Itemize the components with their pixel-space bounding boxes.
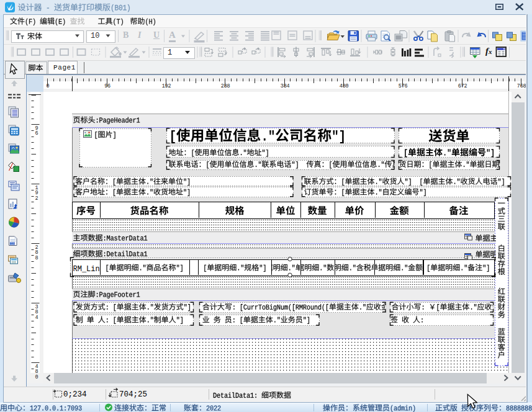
svg-text:CLS: CLS [11,243,15,245]
